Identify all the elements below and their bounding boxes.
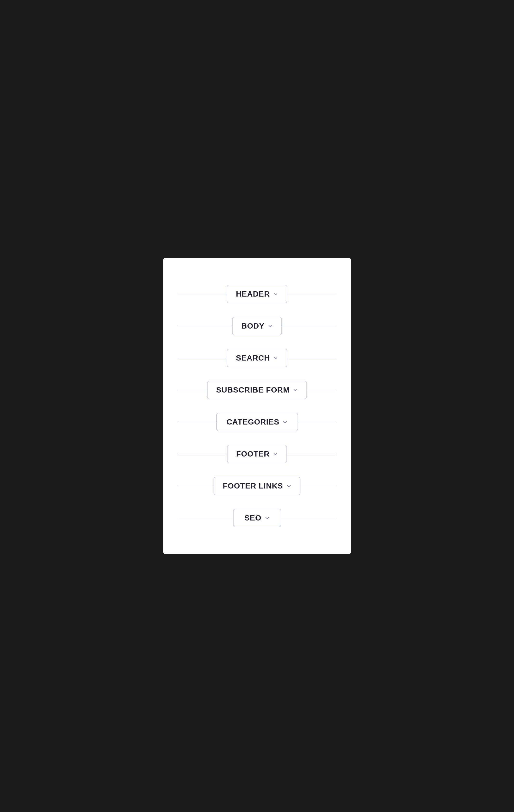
section-item-footer: FOOTER [178, 438, 336, 470]
chevron-down-icon [282, 420, 288, 425]
categories-label: CATEGORIES [226, 417, 279, 427]
header-button[interactable]: HEADER [227, 285, 287, 303]
body-label: BODY [241, 322, 264, 330]
section-item-footer-links: FOOTER LINKS [178, 470, 336, 502]
seo-button[interactable]: SEO [233, 509, 281, 527]
chevron-down-icon [287, 484, 291, 489]
section-item-search: SEARCH [178, 342, 336, 374]
body-button[interactable]: BODY [232, 317, 282, 335]
header-label: HEADER [236, 290, 270, 298]
search-label: SEARCH [236, 354, 270, 362]
search-button[interactable]: SEARCH [227, 349, 287, 367]
subscribe-form-label: SUBSCRIBE FORM [216, 385, 290, 395]
chevron-down-icon [268, 324, 273, 328]
footer-button[interactable]: FOOTER [227, 445, 287, 463]
page-container: HEADER BODY SEARCH SUBSCRIBE FORM CATEGO… [163, 258, 351, 554]
categories-button[interactable]: CATEGORIES [216, 413, 298, 431]
section-item-header: HEADER [178, 278, 336, 310]
chevron-down-icon [265, 516, 270, 521]
chevron-down-icon [273, 356, 278, 360]
subscribe-form-button[interactable]: SUBSCRIBE FORM [207, 381, 307, 399]
chevron-down-icon [273, 452, 278, 457]
chevron-down-icon [293, 388, 298, 393]
footer-label: FOOTER [236, 450, 270, 458]
seo-label: SEO [244, 514, 262, 522]
section-item-subscribe-form: SUBSCRIBE FORM [178, 374, 336, 406]
section-item-seo: SEO [178, 502, 336, 534]
footer-links-button[interactable]: FOOTER LINKS [214, 477, 300, 495]
section-item-body: BODY [178, 310, 336, 342]
chevron-down-icon [273, 292, 278, 296]
section-item-categories: CATEGORIES [178, 406, 336, 438]
footer-links-label: FOOTER LINKS [223, 482, 283, 490]
